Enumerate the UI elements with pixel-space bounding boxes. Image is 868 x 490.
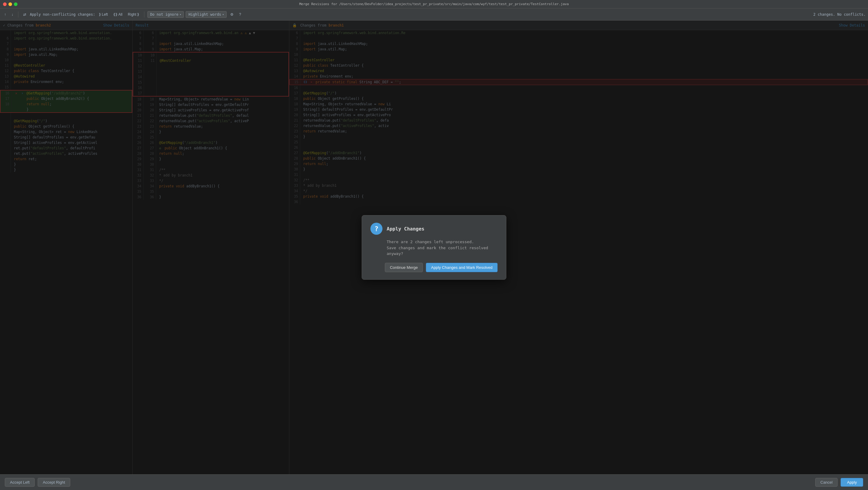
do-not-ignore-dropdown[interactable]: Do not ignore ▾: [147, 11, 184, 18]
highlight-words-label: Highlight words: [188, 12, 221, 17]
bottom-left-actions: Accept Left Accept Right: [5, 478, 70, 487]
apply-changes-mark-resolved-button[interactable]: Apply Changes and Mark Resolved: [426, 263, 498, 272]
bottom-right-actions: Cancel Apply: [815, 478, 863, 487]
nav-down-button[interactable]: ↓: [10, 11, 15, 18]
modal-footer: Continue Merge Apply Changes and Mark Re…: [370, 263, 498, 272]
modal-body: There are 2 changes left unprocessed. Sa…: [387, 239, 498, 257]
nav-up-button[interactable]: ↑: [2, 11, 8, 18]
right-label: Right: [128, 12, 136, 17]
dropdown-arrow-icon: ▾: [180, 13, 181, 16]
changes-status: 2 changes. No conflicts.: [813, 12, 866, 17]
window-controls[interactable]: [3, 2, 18, 6]
modal-body-line1: There are 2 changes left unprocessed.: [387, 239, 498, 245]
close-button[interactable]: [3, 2, 7, 6]
cancel-button[interactable]: Cancel: [815, 478, 838, 487]
minimize-button[interactable]: [8, 2, 12, 6]
continue-merge-button[interactable]: Continue Merge: [385, 263, 423, 272]
highlight-words-dropdown[interactable]: Highlight words ▾: [186, 11, 227, 18]
apply-non-conflicting-label: Apply non-conflicting changes:: [30, 12, 95, 17]
all-arrows-icon: ⟪⟫: [113, 12, 118, 17]
left-label: Left: [102, 12, 108, 17]
modal-body-line2: Save changes and mark the conflict resol…: [387, 245, 498, 257]
titlebar: Merge Revisions for /Users/stone/DevFold…: [0, 0, 868, 8]
apply-button[interactable]: Apply: [841, 478, 863, 487]
all-button[interactable]: ⟪⟫ All: [112, 11, 124, 18]
left-arrow-icon: ⟫: [99, 12, 101, 17]
accept-right-button[interactable]: Accept Right: [38, 478, 70, 487]
modal-question-icon: ?: [370, 223, 382, 235]
left-button[interactable]: ⟫ Left: [97, 11, 110, 18]
window-title: Merge Revisions for /Users/stone/DevFold…: [299, 2, 569, 6]
help-icon-button[interactable]: ?: [237, 11, 243, 18]
settings-icon-button[interactable]: ⚙: [228, 11, 236, 18]
right-button[interactable]: Right ⟫: [126, 11, 141, 18]
highlight-dropdown-arrow-icon: ▾: [222, 13, 224, 16]
modal-header: ? Apply Changes: [370, 223, 498, 235]
toolbar: ↑ ↓ ⇄ Apply non-conflicting changes: ⟫ L…: [0, 8, 868, 21]
modal-title: Apply Changes: [387, 226, 424, 232]
main-content: ✓ Changes from branch2 Show Details impo…: [0, 21, 868, 474]
modal-overlay: ? Apply Changes There are 2 changes left…: [0, 21, 868, 474]
maximize-button[interactable]: [14, 2, 18, 6]
right-arrow-icon: ⟫: [137, 12, 139, 17]
separator-1: [18, 11, 19, 18]
apply-non-conflicting-icon[interactable]: ⇄: [22, 11, 28, 18]
apply-changes-modal: ? Apply Changes There are 2 changes left…: [362, 215, 506, 280]
all-label: All: [119, 12, 122, 17]
do-not-ignore-label: Do not ignore: [150, 12, 179, 17]
accept-left-button[interactable]: Accept Left: [5, 478, 35, 487]
bottom-bar: Accept Left Accept Right Cancel Apply: [0, 474, 868, 490]
